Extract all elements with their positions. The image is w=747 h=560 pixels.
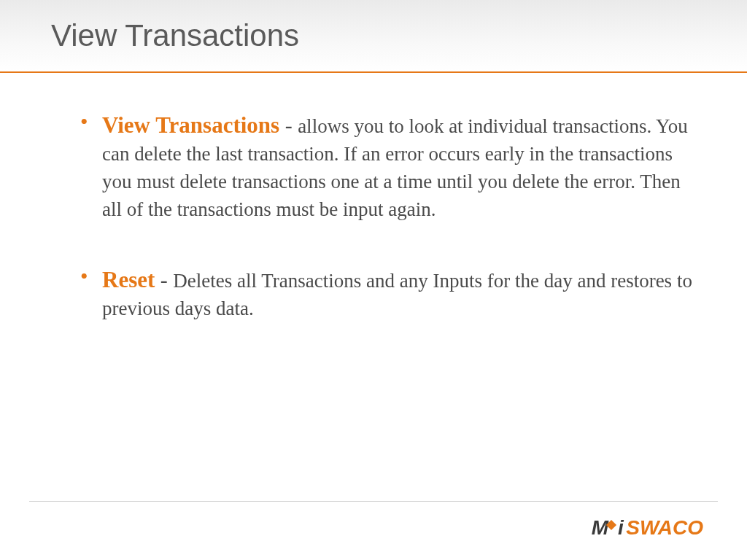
bullet-term: Reset xyxy=(102,267,155,292)
bullet-dash: - xyxy=(155,268,173,292)
bullet-item: View Transactions - allows you to look a… xyxy=(80,109,696,224)
slide-header: View Transactions xyxy=(0,0,747,73)
bullet-dash: - xyxy=(279,113,298,137)
logo-text-mi: Mi xyxy=(592,516,623,540)
bullet-term: View Transactions xyxy=(102,112,279,138)
bullet-body: Deletes all Transactions and any Inputs … xyxy=(102,270,692,319)
slide-title: View Transactions xyxy=(51,18,299,53)
footer-divider xyxy=(29,501,718,502)
bullet-item: Reset - Deletes all Transactions and any… xyxy=(80,264,696,323)
brand-logo: Mi SWACO xyxy=(592,516,703,540)
diamond-icon xyxy=(606,520,616,530)
logo-text-swaco: SWACO xyxy=(626,516,703,540)
slide-content: View Transactions - allows you to look a… xyxy=(0,73,747,323)
